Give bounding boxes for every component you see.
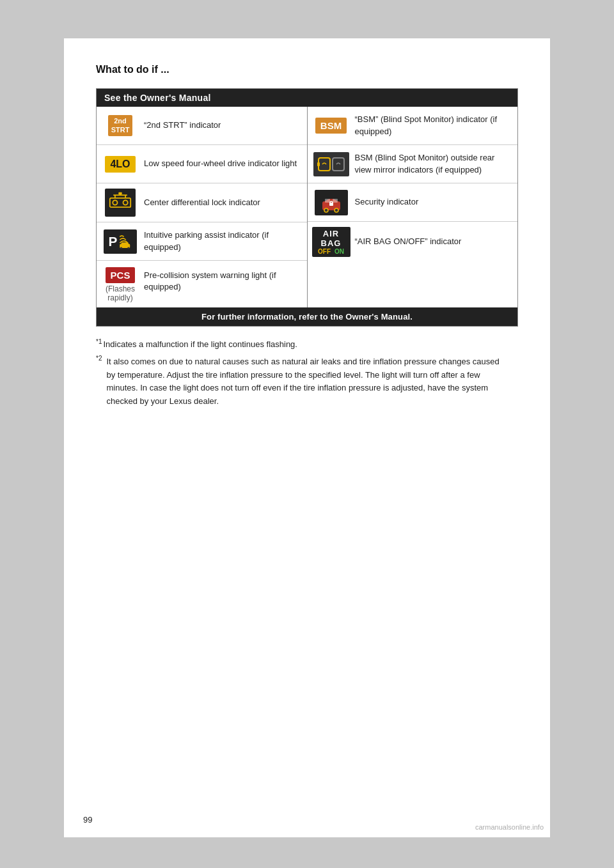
- svg-point-20: [335, 208, 338, 212]
- icon-airbag: AIR BAG OFF ON: [314, 227, 349, 257]
- footnote-2: *2 It also comes on due to natural cause…: [96, 355, 518, 408]
- icon-bsm-mirror: [314, 152, 349, 176]
- page-number: 99: [83, 815, 92, 825]
- indicator-label: “2nd STRT” indicator: [144, 120, 221, 131]
- list-item: Center differential lock indicator: [97, 183, 307, 222]
- svg-rect-18: [333, 199, 338, 203]
- list-item: PCS (Flashesrapidly) Pre-collision syste…: [97, 261, 307, 307]
- indicator-label: Center differential lock indicator: [144, 197, 260, 208]
- indicator-label: Intuitive parking assist indicator (if e…: [144, 229, 301, 252]
- indicator-label: “AIR BAG ON/OFF” indicator: [355, 236, 462, 247]
- list-item: BSM “BSM” (Blind Spot Monitor) indicator…: [308, 107, 518, 145]
- indicator-label: BSM (Blind Spot Monitor) outside rear vi…: [355, 152, 512, 175]
- svg-rect-15: [317, 162, 320, 166]
- page: What to do if ... See the Owner's Manual…: [64, 38, 550, 837]
- list-item: 4LO Low speed four-wheel drive indicator…: [97, 145, 307, 183]
- section-title: What to do if ...: [96, 64, 518, 75]
- icon-pcs: PCS (Flashesrapidly): [103, 267, 138, 302]
- icon-parking: P: [103, 229, 138, 254]
- list-item: Security indicator: [308, 183, 518, 222]
- list-item: 2ndSTRT “2nd STRT” indicator: [97, 107, 307, 145]
- icon-4lo: 4LO: [103, 156, 138, 173]
- indicator-label: “BSM” (Blind Spot Monitor) indicator (if…: [355, 114, 512, 137]
- svg-point-1: [113, 200, 117, 205]
- indicator-label: Security indicator: [355, 196, 419, 208]
- icon-2nd-strt: 2ndSTRT: [103, 115, 138, 136]
- svg-rect-21: [329, 203, 333, 206]
- icon-bsm: BSM: [314, 118, 349, 134]
- svg-point-11: [120, 247, 122, 249]
- list-item: P: [97, 222, 307, 261]
- icon-diff-lock: [103, 189, 138, 217]
- footnotes: *1Indicates a malfunction if the light c…: [96, 338, 518, 408]
- svg-point-2: [123, 200, 128, 205]
- list-item: BSM (Blind Spot Monitor) outside rear vi…: [308, 145, 518, 183]
- indicator-label: Low speed four-wheel drive indicator lig…: [144, 158, 297, 169]
- footnote-1: *1Indicates a malfunction if the light c…: [96, 338, 518, 352]
- svg-rect-17: [325, 199, 330, 203]
- table-footer: For further information, refer to the Ow…: [97, 307, 518, 327]
- watermark: carmanualsonline.info: [475, 823, 544, 831]
- svg-point-12: [127, 247, 129, 249]
- svg-point-19: [324, 208, 328, 212]
- svg-text:P: P: [109, 233, 118, 248]
- table-header: See the Owner's Manual: [97, 89, 518, 107]
- svg-rect-14: [333, 158, 344, 171]
- icon-security: [314, 190, 349, 215]
- indicator-table: See the Owner's Manual 2ndSTRT “2nd STRT…: [96, 88, 518, 327]
- svg-rect-13: [319, 158, 330, 171]
- svg-rect-10: [122, 242, 129, 245]
- list-item: AIR BAG OFF ON “AIR BAG ON/OFF” indicato…: [308, 222, 518, 262]
- pcs-label: (Flashesrapidly): [106, 284, 135, 302]
- indicator-label: Pre-collision system warning light (if e…: [144, 267, 301, 293]
- svg-rect-7: [118, 192, 122, 195]
